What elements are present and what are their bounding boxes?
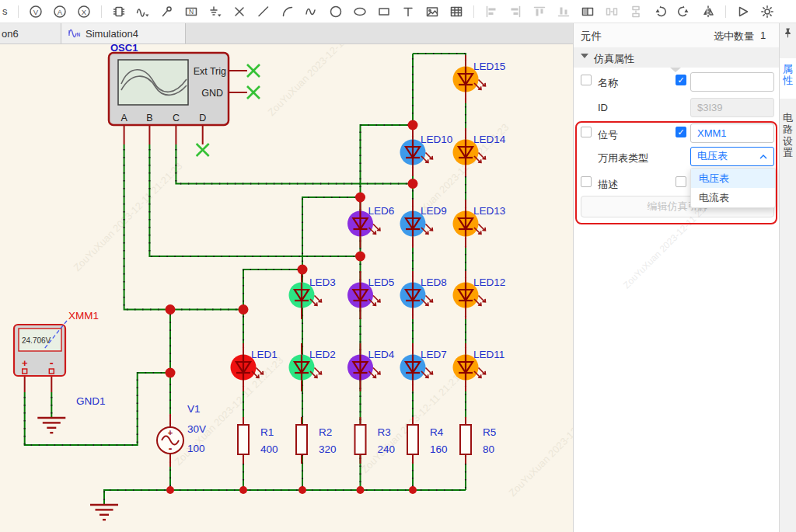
draw-text-icon[interactable] <box>401 5 415 19</box>
svg-text:80: 80 <box>483 443 494 455</box>
flip-horizontal-icon[interactable] <box>701 5 715 19</box>
svg-text:LED5: LED5 <box>368 276 395 288</box>
svg-text:320: 320 <box>319 443 337 455</box>
designator-visible-checkbox[interactable]: ✓ <box>676 127 686 137</box>
desc-row-checkbox[interactable] <box>581 176 592 187</box>
tab-simulation6[interactable]: on6 <box>0 23 61 43</box>
distribute-h-icon[interactable] <box>605 5 619 19</box>
toolbar-overflow-text: s <box>2 5 8 17</box>
meter-type-dropdown: 电压表 电流表 <box>690 168 776 208</box>
pin-icon[interactable] <box>782 27 794 42</box>
meter-type-label: 万用表类型 <box>598 151 648 165</box>
toolbar-divider <box>725 5 726 18</box>
rotate-cw-icon[interactable] <box>677 5 691 19</box>
side-tab-circuit-settings[interactable]: 电路设置 <box>780 107 796 162</box>
svg-text:LED15: LED15 <box>473 61 505 72</box>
dropdown-option-ammeter[interactable]: 电流表 <box>691 188 775 207</box>
svg-text:R1: R1 <box>260 426 274 438</box>
svg-text:100: 100 <box>187 443 205 454</box>
svg-text:LED10: LED10 <box>421 134 452 145</box>
svg-text:24.706V: 24.706V <box>22 336 51 345</box>
name-row-checkbox[interactable] <box>581 75 592 85</box>
align-bottom-icon[interactable] <box>557 5 571 19</box>
designator-label: 位号 <box>598 128 618 142</box>
probe-flag-icon[interactable] <box>160 5 174 19</box>
simulation-icon: N <box>68 26 81 41</box>
svg-text:LED9: LED9 <box>421 205 447 217</box>
tab-bar: on6 N Simulation4 <box>0 23 573 44</box>
draw-arc-icon[interactable] <box>281 5 295 19</box>
svg-text:R2: R2 <box>319 426 332 438</box>
svg-text:LED7: LED7 <box>421 349 447 360</box>
svg-text:240: 240 <box>378 443 396 455</box>
toolbar-divider <box>101 5 102 18</box>
panel-title: 元件 <box>581 30 602 43</box>
voltage-probe-icon[interactable]: V <box>29 5 43 19</box>
svg-text:V: V <box>33 7 38 16</box>
distribute-v-icon[interactable] <box>629 5 643 19</box>
svg-text:V1: V1 <box>187 403 201 415</box>
draw-sine-icon[interactable] <box>305 5 319 19</box>
run-icon[interactable] <box>736 5 750 19</box>
section-title: 仿真属性 <box>594 52 634 66</box>
side-tab-strip: 属性 电路设置 <box>779 23 796 532</box>
svg-text:30V: 30V <box>187 423 206 435</box>
toolbar-divider <box>473 5 474 18</box>
svg-text:GND1: GND1 <box>76 395 106 407</box>
svg-text:-: - <box>50 356 54 369</box>
x-probe-icon[interactable]: X <box>77 5 91 19</box>
align-left-icon[interactable] <box>484 5 498 19</box>
section-sim-props[interactable]: 仿真属性 <box>574 47 779 68</box>
voltage-source-v1[interactable]: +- <box>157 427 183 454</box>
svg-text:GND: GND <box>201 88 223 99</box>
ic-symbol-icon[interactable] <box>112 5 126 19</box>
meter-type-select[interactable]: 电压表 <box>690 147 774 166</box>
svg-text:X: X <box>81 7 86 16</box>
designator-row-checkbox[interactable] <box>581 127 592 137</box>
dropdown-option-voltmeter[interactable]: 电压表 <box>691 169 775 188</box>
insert-image-icon[interactable] <box>425 5 439 19</box>
combine-icon[interactable] <box>581 5 595 19</box>
waveform-icon[interactable] <box>136 5 150 19</box>
draw-ellipse-icon[interactable] <box>353 5 367 19</box>
svg-text:LED13: LED13 <box>473 205 505 217</box>
rotate-ccw-icon[interactable] <box>653 5 667 19</box>
svg-text:R5: R5 <box>483 426 496 438</box>
name-label: 名称 <box>598 76 618 90</box>
id-input: $3I39 <box>690 98 774 117</box>
tab-label: Simulation4 <box>86 28 138 40</box>
no-connect-icon[interactable] <box>232 5 246 19</box>
properties-panel: 元件 选中数量 1 仿真属性 名称 ✓ ID $3I39 位号 ✓ XMM1 万… <box>573 23 779 532</box>
side-tab-properties[interactable]: 属性 <box>780 58 796 99</box>
section-notch-icon <box>670 68 681 72</box>
name-input[interactable] <box>690 72 774 92</box>
insert-table-icon[interactable] <box>449 5 463 19</box>
desc-label: 描述 <box>598 178 618 192</box>
current-probe-icon[interactable]: A <box>53 5 67 19</box>
svg-text:D: D <box>199 113 206 123</box>
net-label-icon[interactable]: N <box>184 5 198 19</box>
svg-text:LED12: LED12 <box>473 276 505 288</box>
svg-text:+: + <box>168 428 173 437</box>
id-label: ID <box>598 102 608 113</box>
oscilloscope-osc1[interactable]: Ext TrigGNDABCD <box>109 53 229 125</box>
gear-icon[interactable] <box>760 5 774 19</box>
ground-icon[interactable] <box>208 5 222 19</box>
tab-label: on6 <box>2 28 19 40</box>
desc-visible-checkbox[interactable] <box>676 176 686 187</box>
svg-text:B: B <box>146 113 152 123</box>
designator-input[interactable]: XMM1 <box>690 123 774 143</box>
svg-text:400: 400 <box>260 443 278 455</box>
collapse-caret-icon <box>581 54 588 58</box>
draw-line-icon[interactable] <box>257 5 271 19</box>
schematic-canvas[interactable]: ZouYuXuan 2023-12-11 21:21:23ZouYuXuan 2… <box>0 44 573 532</box>
draw-rect-icon[interactable] <box>377 5 391 19</box>
draw-circle-icon[interactable] <box>329 5 343 19</box>
align-right-icon[interactable] <box>508 5 522 19</box>
svg-text:C: C <box>173 113 180 123</box>
tab-simulation4[interactable]: N Simulation4 <box>61 23 186 43</box>
name-visible-checkbox[interactable]: ✓ <box>676 75 686 85</box>
svg-text:+: + <box>22 357 28 369</box>
svg-text:LED3: LED3 <box>309 276 336 288</box>
align-top-icon[interactable] <box>532 5 546 19</box>
